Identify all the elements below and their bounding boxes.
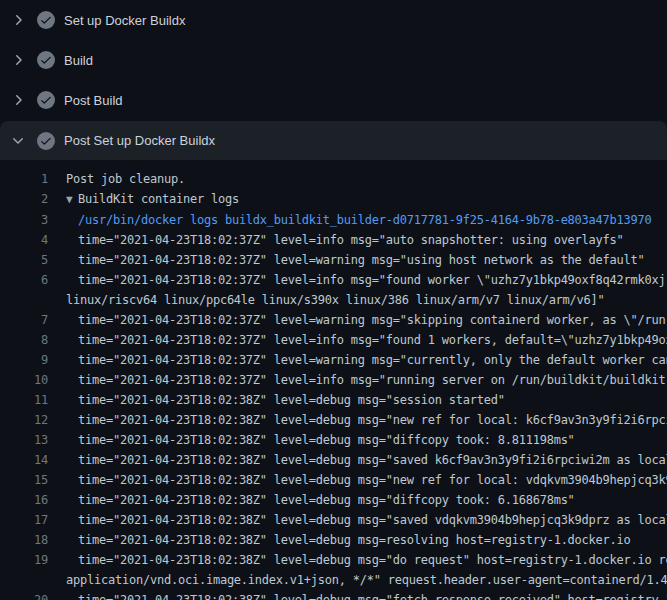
log-line: 3/usr/bin/docker logs buildx_buildkit_bu… [0, 210, 667, 230]
log-line: linux/riscv64 linux/ppc64le linux/s390x … [0, 290, 667, 310]
line-number[interactable]: 15 [0, 470, 48, 490]
log-line: 16time="2021-04-23T18:02:38Z" level=debu… [0, 490, 667, 510]
line-number[interactable]: 4 [0, 230, 48, 250]
log-line: 15time="2021-04-23T18:02:38Z" level=debu… [0, 470, 667, 490]
step-label: Post Build [64, 93, 123, 108]
log-text: time="2021-04-23T18:02:38Z" level=debug … [66, 530, 631, 550]
line-number[interactable]: 16 [0, 490, 48, 510]
steps-list: Set up Docker BuildxBuildPost BuildPost … [0, 0, 667, 160]
check-success-icon [37, 51, 55, 69]
log-line: 2▼BuildKit container logs [0, 189, 667, 210]
log-text: application/vnd.oci.image.index.v1+json,… [66, 570, 667, 590]
line-number[interactable]: 12 [0, 410, 48, 430]
check-success-icon [37, 11, 55, 29]
line-number[interactable]: 9 [0, 350, 48, 370]
log-area: 1Post job cleanup.2▼BuildKit container l… [0, 160, 667, 600]
chevron-right-icon [10, 52, 26, 68]
log-line: 20time="2021-04-23T18:02:38Z" level=debu… [0, 590, 667, 600]
line-number[interactable]: 14 [0, 450, 48, 470]
log-line: 12time="2021-04-23T18:02:38Z" level=debu… [0, 410, 667, 430]
log-line: 6time="2021-04-23T18:02:37Z" level=info … [0, 270, 667, 290]
log-text: time="2021-04-23T18:02:38Z" level=debug … [66, 550, 667, 570]
chevron-right-icon [10, 92, 26, 108]
log-line: 14time="2021-04-23T18:02:38Z" level=debu… [0, 450, 667, 470]
line-number[interactable]: 5 [0, 250, 48, 270]
log-text: time="2021-04-23T18:02:37Z" level=info m… [66, 330, 667, 350]
log-line: 11time="2021-04-23T18:02:38Z" level=debu… [0, 390, 667, 410]
log-line: 9time="2021-04-23T18:02:37Z" level=warni… [0, 350, 667, 370]
line-number[interactable]: 20 [0, 590, 48, 600]
log-line: application/vnd.oci.image.index.v1+json,… [0, 570, 667, 590]
line-number[interactable]: 13 [0, 430, 48, 450]
line-number[interactable]: 2 [0, 189, 48, 210]
line-number[interactable]: 18 [0, 530, 48, 550]
log-line: 8time="2021-04-23T18:02:37Z" level=info … [0, 330, 667, 350]
step-header-post-set-up-docker-buildx[interactable]: Post Set up Docker Buildx [0, 121, 667, 160]
step-header-post-build[interactable]: Post Build [0, 80, 667, 120]
log-text: BuildKit container logs [78, 192, 239, 206]
check-success-icon [37, 132, 55, 150]
log-line: 10time="2021-04-23T18:02:37Z" level=info… [0, 370, 667, 390]
line-number[interactable]: 3 [0, 210, 48, 230]
line-number[interactable]: 11 [0, 390, 48, 410]
log-text: time="2021-04-23T18:02:38Z" level=debug … [66, 510, 667, 530]
line-number[interactable]: 6 [0, 270, 48, 290]
log-text: time="2021-04-23T18:02:38Z" level=debug … [66, 430, 575, 450]
log-text: time="2021-04-23T18:02:38Z" level=debug … [66, 590, 667, 600]
log-text: time="2021-04-23T18:02:38Z" level=debug … [66, 410, 667, 430]
step-header-build[interactable]: Build [0, 40, 667, 80]
log-text: time="2021-04-23T18:02:37Z" level=warnin… [66, 350, 667, 370]
step-label: Set up Docker Buildx [64, 13, 185, 28]
line-number[interactable] [0, 290, 48, 310]
check-success-icon [37, 91, 55, 109]
line-number[interactable]: 7 [0, 310, 48, 330]
chevron-down-icon [10, 133, 26, 149]
log-text: time="2021-04-23T18:02:38Z" level=debug … [66, 470, 667, 490]
log-text: Post job cleanup. [66, 169, 185, 189]
log-text: time="2021-04-23T18:02:38Z" level=debug … [66, 390, 505, 410]
log-text: time="2021-04-23T18:02:38Z" level=debug … [66, 450, 667, 470]
log-line: 13time="2021-04-23T18:02:38Z" level=debu… [0, 430, 667, 450]
log-group-header[interactable]: ▼BuildKit container logs [66, 189, 239, 210]
group-caret-icon[interactable]: ▼ [66, 190, 78, 210]
log-text: linux/riscv64 linux/ppc64le linux/s390x … [66, 290, 605, 310]
log-text: time="2021-04-23T18:02:37Z" level=info m… [66, 370, 666, 390]
log-line: 1Post job cleanup. [0, 169, 667, 189]
line-number[interactable]: 10 [0, 370, 48, 390]
log-line: 19time="2021-04-23T18:02:38Z" level=debu… [0, 550, 667, 570]
log-text: time="2021-04-23T18:02:38Z" level=debug … [66, 490, 575, 510]
line-number[interactable]: 1 [0, 169, 48, 189]
line-number[interactable]: 19 [0, 550, 48, 570]
log-line: 4time="2021-04-23T18:02:37Z" level=info … [0, 230, 667, 250]
log-text: time="2021-04-23T18:02:37Z" level=info m… [66, 230, 624, 250]
log-text: time="2021-04-23T18:02:37Z" level=info m… [66, 270, 666, 290]
log-line: 18time="2021-04-23T18:02:38Z" level=debu… [0, 530, 667, 550]
chevron-right-icon [10, 12, 26, 28]
line-number[interactable]: 8 [0, 330, 48, 350]
log-line: 5time="2021-04-23T18:02:37Z" level=warni… [0, 250, 667, 270]
line-number[interactable] [0, 570, 48, 590]
step-label: Post Set up Docker Buildx [64, 133, 215, 148]
log-line: 7time="2021-04-23T18:02:37Z" level=warni… [0, 310, 667, 330]
line-number[interactable]: 17 [0, 510, 48, 530]
step-label: Build [64, 53, 93, 68]
log-text: /usr/bin/docker logs buildx_buildkit_bui… [66, 210, 652, 230]
log-text: time="2021-04-23T18:02:37Z" level=warnin… [66, 250, 645, 270]
log-line: 17time="2021-04-23T18:02:38Z" level=debu… [0, 510, 667, 530]
step-header-set-up-docker-buildx[interactable]: Set up Docker Buildx [0, 0, 667, 40]
log-text: time="2021-04-23T18:02:37Z" level=warnin… [66, 310, 666, 330]
